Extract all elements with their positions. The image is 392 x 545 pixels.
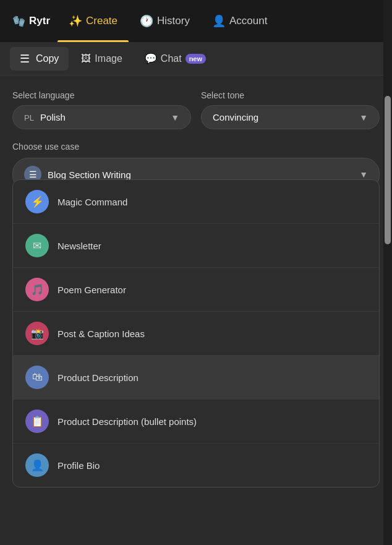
- nav-account-label: Account: [229, 15, 267, 27]
- post-caption-ideas-icon: 📸: [25, 322, 49, 345]
- logo-text: Rytr: [29, 15, 50, 27]
- nav-history[interactable]: 🕐 History: [129, 0, 201, 42]
- main-scrollbar-thumb[interactable]: [385, 96, 391, 244]
- magic-command-label: Magic Command: [58, 197, 127, 207]
- language-value: PL Polish: [24, 112, 66, 122]
- history-icon: 🕐: [140, 14, 153, 28]
- sub-nav-image-label: Image: [95, 53, 122, 64]
- newsletter-icon: ✉: [25, 234, 49, 257]
- dropdown-item-product-description[interactable]: 🛍Product Description: [13, 356, 379, 400]
- nav-account[interactable]: 👤 Account: [201, 0, 278, 42]
- main-scrollbar[interactable]: [383, 0, 392, 545]
- tone-dropdown[interactable]: Convincing ▼: [201, 105, 380, 129]
- logo-emoji: 🧤: [12, 15, 25, 28]
- product-description-bullet-icon: 📋: [25, 410, 49, 433]
- post-caption-ideas-label: Post & Caption Ideas: [58, 328, 145, 339]
- nav-history-label: History: [157, 15, 190, 27]
- sub-nav: ☰ Copy 🖼 Image 💬 Chat new: [0, 42, 392, 75]
- dropdown-item-poem-generator[interactable]: 🎵Poem Generator: [13, 268, 379, 312]
- profile-bio-icon: 👤: [25, 453, 49, 477]
- dropdown-item-product-description-bullet[interactable]: 📋Product Description (bullet points): [13, 400, 379, 444]
- hamburger-icon: ☰: [20, 52, 30, 66]
- selectors-row: Select language PL Polish ▼ Select tone …: [12, 90, 380, 129]
- newsletter-label: Newsletter: [58, 241, 101, 251]
- product-description-bullet-label: Product Description (bullet points): [58, 416, 197, 427]
- profile-bio-label: Profile Bio: [58, 460, 100, 471]
- sub-nav-copy-label: Copy: [36, 53, 59, 64]
- logo[interactable]: 🧤 Rytr: [5, 15, 58, 28]
- language-flag: PL: [24, 113, 34, 122]
- magic-command-icon: ⚡: [25, 190, 49, 213]
- nav-create-label: Create: [86, 15, 117, 27]
- main-content: Select language PL Polish ▼ Select tone …: [0, 75, 392, 191]
- dropdown-item-newsletter[interactable]: ✉Newsletter: [13, 224, 379, 268]
- language-dropdown[interactable]: PL Polish ▼: [12, 105, 191, 129]
- dropdown-item-magic-command[interactable]: ⚡Magic Command: [13, 180, 379, 224]
- use-case-label: Choose use case: [12, 142, 380, 152]
- account-icon: 👤: [212, 14, 226, 28]
- top-nav: 🧤 Rytr ✨ Create 🕐 History 👤 Account: [0, 0, 392, 42]
- image-icon: 🖼: [81, 53, 91, 64]
- product-description-label: Product Description: [58, 372, 138, 383]
- language-label: Select language: [12, 90, 191, 100]
- poem-generator-icon: 🎵: [25, 278, 49, 301]
- language-chevron-icon: ▼: [171, 113, 179, 122]
- tone-label: Select tone: [201, 90, 380, 100]
- dropdown-item-post-caption-ideas[interactable]: 📸Post & Caption Ideas: [13, 312, 379, 356]
- use-case-value: Blog Section Writing: [48, 170, 353, 180]
- tone-value: Convincing: [213, 112, 258, 122]
- tone-group: Select tone Convincing ▼: [201, 90, 380, 129]
- poem-generator-label: Poem Generator: [58, 285, 126, 295]
- nav-create[interactable]: ✨ Create: [58, 0, 129, 42]
- create-icon: ✨: [69, 14, 82, 28]
- tone-chevron-icon: ▼: [359, 113, 368, 122]
- sub-nav-chat-label: Chat: [161, 53, 182, 64]
- dropdown-item-profile-bio[interactable]: 👤Profile Bio: [13, 444, 379, 487]
- sub-nav-chat[interactable]: 💬 Chat new: [135, 48, 216, 69]
- use-case-dropdown-list: ⚡Magic Command✉Newsletter🎵Poem Generator…: [12, 179, 380, 487]
- use-case-chevron-icon: ▼: [359, 170, 368, 179]
- language-group: Select language PL Polish ▼: [12, 90, 191, 129]
- chat-icon: 💬: [145, 53, 157, 64]
- sub-nav-image[interactable]: 🖼 Image: [71, 48, 132, 69]
- product-description-icon: 🛍: [25, 366, 49, 389]
- sub-nav-copy[interactable]: ☰ Copy: [10, 47, 69, 71]
- chat-badge: new: [185, 54, 206, 64]
- dropdown-list-inner[interactable]: ⚡Magic Command✉Newsletter🎵Poem Generator…: [13, 180, 379, 487]
